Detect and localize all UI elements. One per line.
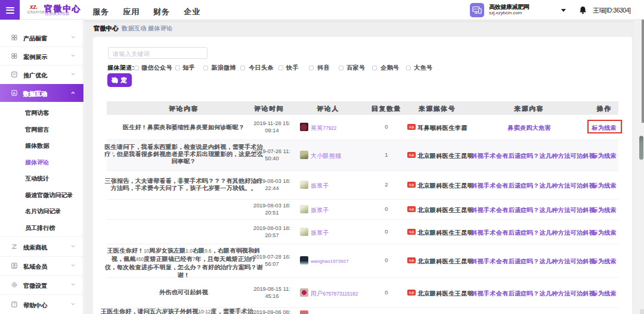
svg-text:?: ? — [13, 302, 16, 306]
